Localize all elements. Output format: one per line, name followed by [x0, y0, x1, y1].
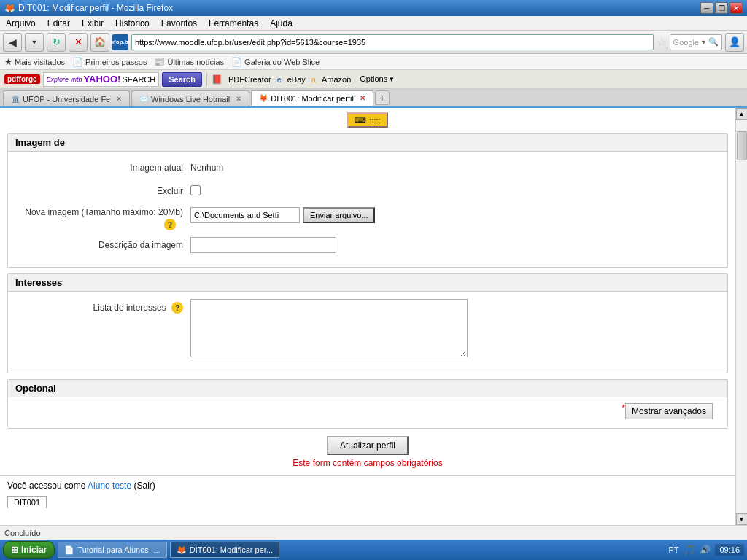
interesses-help-icon[interactable]: ? — [171, 302, 183, 314]
section-imagem-header: Imagem de — [8, 134, 727, 152]
menu-exibir[interactable]: Exibir — [79, 18, 107, 28]
title-bar-controls: ─ ❐ ✕ — [700, 2, 743, 14]
menu-ajuda[interactable]: Ajuda — [267, 18, 295, 28]
nova-imagem-help-icon[interactable]: ? — [164, 219, 176, 230]
toolbar-separator-1 — [206, 73, 207, 86]
footer-action: (Sair) — [133, 481, 155, 491]
tab-dit001-close[interactable]: ✕ — [360, 94, 365, 102]
minimize-button[interactable]: ─ — [700, 2, 713, 14]
galeria-icon: 📄 — [231, 57, 242, 67]
menu-arquivo[interactable]: Arquivo — [3, 18, 39, 28]
bottom-tab-area: DIT001 — [0, 495, 735, 510]
menu-editar[interactable]: Editar — [44, 18, 73, 28]
tab-ufop-icon: 🏛️ — [11, 95, 20, 103]
footer: Você acessou como Aluno teste (Sair) — [0, 475, 735, 495]
section-imagem: Imagem de Imagem atual Nenhum Excluir — [7, 133, 728, 268]
restore-button[interactable]: ❐ — [715, 2, 728, 14]
nova-imagem-file-row: Enviar arquivo... — [190, 207, 375, 223]
row-excluir: Excluir — [15, 182, 720, 200]
excluir-checkbox[interactable] — [190, 185, 201, 195]
keyboard-button[interactable]: ⌨ ::::: — [347, 112, 387, 128]
back-button[interactable]: ◀ — [3, 33, 22, 52]
submit-button[interactable]: Atualizar perfil — [327, 436, 409, 455]
section-opcional: Opcional * Mostrar avançados — [7, 379, 728, 429]
new-tab-button[interactable]: + — [375, 90, 390, 105]
search-glass-icon[interactable]: 🔍 — [708, 37, 719, 47]
close-button[interactable]: ✕ — [729, 2, 743, 14]
tab-hotmail-close[interactable]: ✕ — [236, 95, 241, 103]
profile-button[interactable]: 👤 — [725, 33, 744, 52]
label-descricao: Descrição da imagem — [15, 240, 190, 250]
status-text: Concluído — [4, 529, 41, 537]
section-opcional-header: Opcional — [8, 380, 727, 397]
menu-historico[interactable]: Histórico — [112, 18, 152, 28]
pdf-icon: 📕 — [212, 74, 222, 85]
google-text: Google — [673, 38, 699, 47]
section-interesses: Interesses Lista de interesses ? — [7, 273, 728, 373]
ebay-icon: e — [277, 75, 282, 84]
value-imagem-atual: Nenhum — [190, 163, 223, 173]
row-imagem-atual: Imagem atual Nenhum — [15, 159, 720, 176]
menu-ferramentas[interactable]: Ferramentas — [206, 18, 261, 28]
optional-btn-row: * Mostrar avançados — [15, 403, 720, 419]
section-interesses-body: Lista de interesses ? — [8, 292, 727, 373]
submit-row: Atualizar perfil Este form contém campos… — [0, 436, 735, 468]
scrollbar-thumb[interactable] — [737, 131, 747, 160]
bookmark-primeiros-passos[interactable]: 📄 Primeiros passos — [72, 57, 147, 67]
explore-text: Explore with — [47, 76, 82, 83]
options-item[interactable]: Options ▾ — [357, 74, 397, 84]
bookmark-galeria[interactable]: 📄 Galeria do Web Slice — [231, 57, 320, 67]
bottom-tab[interactable]: DIT001 — [7, 496, 47, 508]
tab-hotmail[interactable]: ✉️ Windows Live Hotmail ✕ — [131, 90, 249, 106]
label-nova-imagem: Nova imagem (Tamanho máximo: 20Mb) ? — [15, 207, 190, 230]
value-excluir — [190, 185, 201, 198]
bookmark-star[interactable]: ☆ — [657, 35, 667, 49]
scrollbar-up-arrow[interactable]: ▲ — [736, 108, 748, 120]
descricao-input[interactable] — [190, 237, 336, 253]
tab-bar: 🏛️ UFOP - Universidade Federal de Ouro P… — [0, 89, 747, 108]
section-imagem-body: Imagem atual Nenhum Excluir Nova imagem … — [8, 152, 727, 267]
search-button[interactable]: Search — [162, 72, 202, 87]
value-lista-interesses — [190, 299, 468, 359]
scrollbar-vertical[interactable]: ▲ ▼ — [735, 108, 747, 525]
search-bar-container: Google ▼ 🔍 — [670, 34, 722, 50]
scrollbar-down-arrow[interactable]: ▼ — [736, 513, 748, 525]
yahoo-search-label: SEARCH — [122, 75, 155, 84]
amazon-icon: a — [311, 75, 316, 84]
keyboard-icon-label: ::::: — [369, 116, 380, 125]
site-favicon: ufop.br — [112, 34, 128, 50]
toolbar-bar: pdfforge Explore with YAHOO! SEARCH Sear… — [0, 70, 747, 89]
tab-ufop[interactable]: 🏛️ UFOP - Universidade Federal de Ouro P… — [3, 90, 130, 106]
required-message: Este form contém campos obrigatórios — [293, 458, 442, 468]
enviar-arquivo-button[interactable]: Enviar arquivo... — [303, 207, 375, 223]
tab-ufop-close[interactable]: ✕ — [116, 95, 122, 103]
keyboard-section: ⌨ ::::: — [0, 108, 735, 128]
stop-button[interactable]: ✕ — [69, 33, 88, 52]
bookmark-mais-visitados[interactable]: ★ Mais visitados — [4, 57, 65, 67]
forward-button-dropdown[interactable]: ▼ — [25, 33, 44, 52]
amazon-item[interactable]: Amazon — [319, 75, 354, 84]
address-bar[interactable] — [131, 34, 654, 50]
pdfcreator-item[interactable]: PDFCreator — [225, 75, 274, 84]
ebay-item[interactable]: eBay — [285, 75, 309, 84]
primeiros-passos-icon: 📄 — [72, 57, 83, 67]
bookmark-ultimas-noticias[interactable]: 📰 Últimas notícias — [154, 57, 224, 67]
home-button[interactable]: 🏠 — [90, 33, 109, 52]
keyboard-area: ⌨ ::::: — [7, 112, 728, 128]
file-path-input[interactable] — [190, 207, 300, 223]
search-dropdown-icon[interactable]: ▼ — [700, 39, 707, 46]
lista-interesses-textarea[interactable] — [190, 299, 468, 357]
browser-content: ⌨ ::::: Imagem de Imagem atual Nenhum Ex… — [0, 108, 747, 525]
refresh-button[interactable]: ↻ — [47, 33, 66, 52]
mais-visitados-icon: ★ — [4, 57, 12, 67]
footer-user-link[interactable]: Aluno teste — [88, 481, 131, 491]
title-bar-left: 🦊 DIT001: Modificar perfil - Mozilla Fir… — [4, 3, 173, 13]
menu-bar: Arquivo Editar Exibir Histórico Favorito… — [0, 16, 747, 31]
bookmarks-bar: ★ Mais visitados 📄 Primeiros passos 📰 Úl… — [0, 54, 747, 70]
pdfforge-logo: pdfforge — [4, 74, 40, 84]
row-lista-interesses: Lista de interesses ? — [15, 299, 720, 359]
menu-favoritos[interactable]: Favoritos — [158, 18, 200, 28]
tab-dit001[interactable]: 🦊 DIT001: Modificar perfil ✕ — [251, 90, 374, 106]
mostrar-avancados-button[interactable]: Mostrar avançados — [625, 403, 713, 419]
label-lista-interesses: Lista de interesses ? — [15, 299, 190, 314]
